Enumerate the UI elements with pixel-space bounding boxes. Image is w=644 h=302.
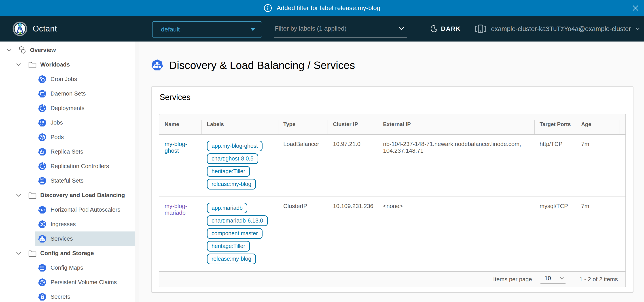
label-filter-dropdown[interactable]: Filter by labels (1 applied) (274, 21, 407, 38)
column-header-label: External IP (383, 121, 411, 127)
column-header-external-ip[interactable]: External IP (378, 114, 534, 134)
sidebar-item-label: Persistent Volume Claims (50, 279, 117, 286)
host-icon (474, 23, 487, 34)
sidebar-item-stateful-sets[interactable]: Stateful Sets (35, 173, 139, 188)
brand: Octant (12, 16, 57, 41)
pods-icon (38, 133, 46, 142)
sidebar-item-pods[interactable]: Pods (35, 130, 139, 145)
sidebar-item-daemon-sets[interactable]: Daemon Sets (35, 86, 139, 101)
items-per-page-value: 10 (544, 275, 551, 282)
alert-message: Added filter for label release:my-blog (276, 4, 380, 12)
info-alert-banner: Added filter for label release:my-blog (0, 0, 644, 16)
sidebar-item-config-and-storage[interactable]: Config and Storage (0, 246, 139, 261)
items-per-page-select[interactable]: 10 (540, 275, 566, 284)
label-badge[interactable]: chart:ghost-8.0.5 (207, 153, 258, 164)
label-badge[interactable]: release:my-blog (207, 254, 256, 264)
folder-icon (28, 61, 37, 69)
cell-external-ip: <none> (378, 197, 534, 271)
jobs-icon (38, 119, 46, 127)
sidebar-item-replication-controllers[interactable]: Replication Controllers (35, 159, 139, 173)
column-header-label: Type (283, 121, 296, 127)
replica-sets-icon (38, 148, 46, 156)
persistent-volume-claims-icon (38, 278, 46, 287)
service-name-link[interactable]: my-blog-ghost (164, 141, 194, 154)
chevron-down-icon[interactable] (15, 61, 22, 68)
label-badge[interactable]: chart:mariadb-6.13.0 (207, 215, 268, 226)
sidebar-item-label: Discovery and Load Balancing (40, 192, 125, 199)
stateful-sets-icon (38, 176, 46, 185)
deployments-icon (38, 104, 46, 113)
sidebar-item-config-maps[interactable]: Config Maps (35, 261, 139, 275)
sidebar-item-discovery-and-load-balancing[interactable]: Discovery and Load Balancing (0, 188, 139, 202)
sidebar-scrollbar[interactable] (135, 41, 139, 302)
column-header-label: Cluster IP (333, 121, 358, 127)
sidebar-item-horizontal-pod-autoscalers[interactable]: Horizontal Pod Autoscalers (35, 202, 139, 217)
sidebar-item-services[interactable]: Services (35, 231, 139, 246)
sidebar-item-overview[interactable]: Overview (0, 43, 139, 57)
folder-icon (28, 191, 37, 199)
label-badge[interactable]: release:my-blog (207, 179, 256, 189)
label-badge[interactable]: heritage:Tiller (207, 166, 250, 177)
sidebar-item-cron-jobs[interactable]: Cron Jobs (35, 72, 139, 86)
sidebar-item-label: Pods (50, 134, 64, 141)
sidebar-item-label: Stateful Sets (50, 177, 84, 184)
namespace-selector[interactable]: default (152, 21, 262, 37)
table-header-row: NameLabelsTypeCluster IPExternal IPTarge… (159, 114, 626, 135)
ingresses-icon (38, 220, 46, 229)
chevron-down-icon[interactable] (6, 47, 12, 54)
cell-age: 7m (576, 197, 619, 271)
sidebar-item-label: Replica Sets (50, 148, 83, 155)
sidebar-item-secrets[interactable]: Secrets (35, 290, 139, 302)
sidebar-item-workloads[interactable]: Workloads (0, 57, 139, 72)
column-header-label: Age (581, 121, 591, 127)
page-title: Discovery & Load Balancing / Services (169, 59, 355, 71)
items-per-page-label: Items per page (493, 276, 532, 283)
sidebar-item-label: Ingresses (50, 221, 76, 228)
sidebar-item-persistent-volume-claims[interactable]: Persistent Volume Claims (35, 275, 139, 290)
column-header-label: Labels (207, 121, 224, 127)
dark-theme-toggle[interactable]: DARK (430, 16, 461, 41)
cell-external-ip: nb-104-237-148-71.newark.nodebalancer.li… (378, 135, 534, 196)
cell-type: ClusterIP (278, 197, 328, 271)
column-header-name[interactable]: Name (159, 114, 202, 134)
sidebar-item-label: Workloads (40, 61, 70, 68)
services-card: Services NameLabelsTypeCluster IPExterna… (151, 86, 634, 292)
column-header-cluster-ip[interactable]: Cluster IP (328, 114, 378, 134)
chevron-down-icon[interactable] (15, 192, 22, 199)
page-title-row: Discovery & Load Balancing / Services (151, 58, 644, 72)
label-badge[interactable]: heritage:Tiller (207, 241, 250, 252)
service-name-link[interactable]: my-blog-mariadb (164, 203, 194, 216)
column-header-target-ports[interactable]: Target Ports (534, 114, 576, 134)
sidebar-item-jobs[interactable]: Jobs (35, 115, 139, 130)
octant-logo-icon (12, 21, 27, 36)
column-header-type[interactable]: Type (278, 114, 328, 134)
main-content: Discovery & Load Balancing / Services Se… (139, 41, 644, 302)
horizontal-pod-autoscalers-icon (38, 206, 46, 214)
sidebar-item-label: Daemon Sets (50, 90, 86, 97)
cell-target-ports: http/TCP (534, 135, 576, 196)
config-maps-icon (38, 264, 46, 272)
sidebar-item-label: Cron Jobs (50, 76, 77, 83)
sidebar-item-label: Config and Storage (40, 250, 94, 257)
sidebar-item-ingresses[interactable]: Ingresses (35, 217, 139, 231)
close-icon[interactable] (630, 3, 640, 13)
label-badge[interactable]: app:my-blog-ghost (207, 141, 262, 151)
column-header-age[interactable]: Age (576, 114, 619, 134)
sidebar-item-replica-sets[interactable]: Replica Sets (35, 145, 139, 159)
context-value: example-cluster-ka3TuTzYo4a@example-clus… (491, 25, 631, 33)
label-badge[interactable]: component:master (207, 228, 262, 239)
cell-age: 7m (576, 135, 619, 196)
daemon-sets-icon (38, 90, 46, 98)
sidebar-item-label: Overview (30, 47, 56, 54)
cell-type: LoadBalancer (278, 135, 328, 196)
moon-icon (430, 25, 438, 33)
column-header-labels[interactable]: Labels (202, 114, 278, 134)
column-header-label: Target Ports (540, 121, 571, 127)
kube-context-selector[interactable]: example-cluster-ka3TuTzYo4a@example-clus… (474, 16, 641, 41)
sidebar-item-deployments[interactable]: Deployments (35, 101, 139, 115)
app-header: Octant default Filter by labels (1 appli… (0, 16, 644, 41)
chevron-down-icon[interactable] (15, 250, 22, 257)
sidebar-item-label: Horizontal Pod Autoscalers (50, 206, 120, 213)
cell-labels: app:my-blog-ghostchart:ghost-8.0.5herita… (202, 135, 278, 196)
label-badge[interactable]: app:mariadb (207, 203, 247, 213)
